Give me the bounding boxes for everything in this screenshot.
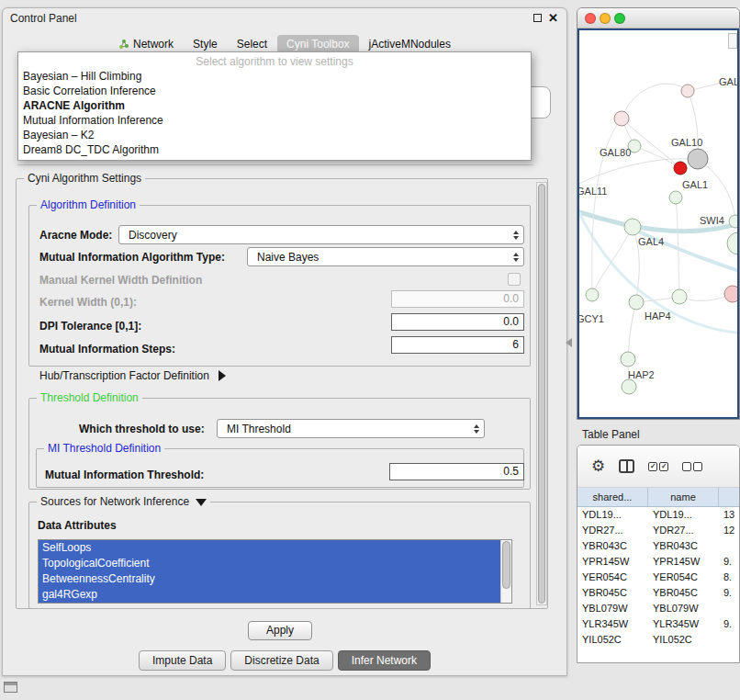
algorithm-option[interactable]: Basic Correlation Inference xyxy=(18,84,531,98)
network-node[interactable] xyxy=(669,191,682,204)
network-node[interactable] xyxy=(672,289,687,304)
network-node[interactable] xyxy=(629,295,644,310)
network-canvas[interactable]: GALGAL80GAL10GAL1GAL11SWI4GAL4GCY1HAP4HA… xyxy=(577,28,739,419)
mi-steps-label: Mutual Information Steps: xyxy=(39,343,175,356)
table-row[interactable]: YBR043CYBR043C xyxy=(577,538,739,554)
table-row[interactable]: YBR045CYBR045C9. xyxy=(577,585,739,601)
network-node[interactable] xyxy=(681,85,694,97)
table-cell: YIL052C xyxy=(577,632,648,648)
deselect-all-icon[interactable] xyxy=(682,462,702,471)
table-row[interactable]: YPR145WYPR145W9. xyxy=(577,554,739,570)
tab-cyni-toolbox[interactable]: Cyni Toolbox xyxy=(277,35,358,53)
algorithm-option[interactable]: ARACNE Algorithm xyxy=(18,98,531,113)
expand-right-icon[interactable] xyxy=(219,370,226,381)
network-edge[interactable] xyxy=(592,227,633,295)
table-cell: YBR043C xyxy=(648,538,719,554)
network-edge[interactable] xyxy=(698,159,735,221)
control-panel-titlebar[interactable]: Control Panel ✕ xyxy=(3,8,566,28)
network-edge[interactable] xyxy=(622,84,688,119)
bottom-tab-discretize-data[interactable]: Discretize Data xyxy=(230,650,332,671)
bottom-tab-impute-data[interactable]: Impute Data xyxy=(139,650,226,671)
table-row[interactable]: YDL19...YDL19...13 xyxy=(577,507,739,523)
tab-style[interactable]: Style xyxy=(184,35,227,53)
scrollbar-thumb[interactable] xyxy=(502,541,510,589)
panel-dock-icon[interactable] xyxy=(4,682,17,693)
bottom-tab-infer-network[interactable]: Infer Network xyxy=(338,650,431,671)
manual-kernel-width-label: Manual Kernel Width Definition xyxy=(39,274,202,287)
network-node[interactable] xyxy=(724,286,739,302)
network-edge[interactable] xyxy=(628,302,636,359)
table-cell xyxy=(719,632,739,648)
network-node[interactable] xyxy=(586,288,599,301)
mi-steps-field[interactable]: 6 xyxy=(391,336,524,354)
table-cell: YIL052C xyxy=(648,632,719,648)
network-node[interactable] xyxy=(614,111,629,126)
table-row[interactable]: YER054CYER054C8. xyxy=(577,570,739,585)
table-row[interactable]: YLR345WYLR345W9. xyxy=(577,616,739,632)
hub-definition-expander[interactable]: Hub/Transcription Factor Definition xyxy=(39,369,226,382)
network-node[interactable] xyxy=(674,162,687,175)
network-node[interactable] xyxy=(621,352,635,367)
data-attribute-item[interactable]: BetweennessCentrality xyxy=(39,571,500,587)
columns-icon[interactable] xyxy=(619,459,634,473)
algorithm-dropdown-popup: Select algorithm to view settings Bayesi… xyxy=(17,51,532,161)
network-node[interactable] xyxy=(688,149,708,169)
tab-network[interactable]: Network xyxy=(109,35,183,53)
table-cell: YLR345W xyxy=(577,616,648,632)
zoom-traffic-light[interactable] xyxy=(614,13,625,24)
close-traffic-light[interactable] xyxy=(585,13,596,24)
network-node[interactable] xyxy=(727,232,739,254)
network-scrollbar[interactable] xyxy=(728,33,737,49)
tab-select[interactable]: Select xyxy=(228,35,276,53)
node-label: GAL xyxy=(719,76,739,87)
algorithm-option[interactable]: Bayesian – Hill Climbing xyxy=(18,69,531,84)
aracne-mode-label: Aracne Mode: xyxy=(39,229,112,242)
table-row[interactable]: YIL052CYIL052C xyxy=(577,632,739,648)
column-header-name[interactable]: name xyxy=(648,488,719,506)
network-node[interactable] xyxy=(729,215,739,228)
table-cell: YBR045C xyxy=(648,585,719,601)
tab-label: Style xyxy=(193,38,218,51)
manual-kernel-width-checkbox[interactable] xyxy=(508,273,521,286)
network-node[interactable] xyxy=(624,219,641,235)
data-attributes-list[interactable]: SelfLoopsTopologicalCoefficientBetweenne… xyxy=(38,539,512,604)
float-window-icon[interactable] xyxy=(533,14,542,22)
selected-value: Naive Bayes xyxy=(257,251,319,264)
mi-threshold-field[interactable]: 0.5 xyxy=(389,463,524,480)
select-all-icon[interactable]: ✓ ✓ xyxy=(648,462,668,471)
data-attribute-item[interactable]: TopologicalCoefficient xyxy=(39,556,500,571)
algorithm-option[interactable]: Dream8 DC_TDC Algorithm xyxy=(18,142,531,157)
table-row[interactable]: YDR27...YDR27...12 xyxy=(577,523,739,538)
gear-icon[interactable]: ⚙ xyxy=(591,458,605,474)
network-node[interactable] xyxy=(622,379,636,394)
list-scrollbar[interactable] xyxy=(500,540,511,603)
column-header-shared[interactable]: shared... xyxy=(577,488,648,506)
kernel-width-field[interactable]: 0.0 xyxy=(391,290,524,308)
splitter-collapse-icon[interactable] xyxy=(566,338,572,347)
unchecked-box-icon xyxy=(682,462,691,471)
network-graph[interactable]: GALGAL80GAL10GAL1GAL11SWI4GAL4GCY1HAP4HA… xyxy=(579,30,739,419)
column-header-clipped[interactable] xyxy=(719,488,739,506)
table-cell xyxy=(719,601,739,616)
settings-scrollbar[interactable] xyxy=(536,182,547,605)
close-icon[interactable]: ✕ xyxy=(548,11,558,25)
aracne-mode-select[interactable]: Discovery xyxy=(118,225,524,244)
mi-algorithm-type-select[interactable]: Naive Bayes xyxy=(247,247,524,266)
hub-definition-label: Hub/Transcription Factor Definition xyxy=(39,369,209,382)
table-header: shared... name xyxy=(577,488,739,507)
collapse-down-icon[interactable] xyxy=(196,499,207,506)
data-attribute-item[interactable]: gal4RGexp xyxy=(39,587,500,603)
table-row[interactable]: YBL079WYBL079W xyxy=(577,601,739,616)
tab-jactivemnodules[interactable]: jActiveMNodules xyxy=(360,35,460,53)
algorithm-option[interactable]: Mutual Information Inference xyxy=(18,113,531,128)
data-attribute-item[interactable]: SelfLoops xyxy=(39,540,500,556)
network-window-titlebar[interactable] xyxy=(577,8,739,28)
minimize-traffic-light[interactable] xyxy=(600,13,611,24)
algorithm-option[interactable]: Bayesian – K2 xyxy=(18,128,531,142)
dpi-tolerance-field[interactable]: 0.0 xyxy=(391,313,524,331)
scrollbar-thumb[interactable] xyxy=(538,184,545,604)
sources-expander[interactable]: Sources for Network Inference xyxy=(37,495,210,508)
network-edge[interactable] xyxy=(634,146,680,168)
which-threshold-select[interactable]: MI Threshold xyxy=(217,419,485,438)
apply-button[interactable]: Apply xyxy=(248,621,312,640)
